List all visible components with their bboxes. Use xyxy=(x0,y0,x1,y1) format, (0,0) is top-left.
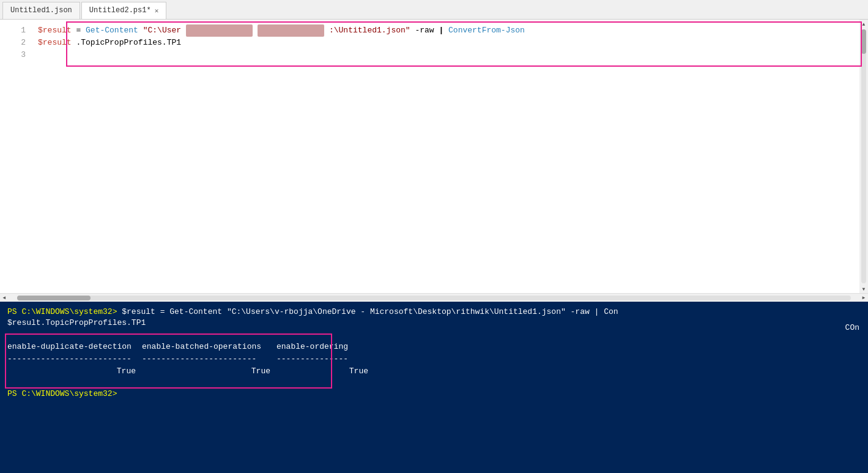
code-token: .TopicPropProfiles.TP1 xyxy=(76,38,181,47)
code-token: -raw xyxy=(415,26,439,35)
table-header-3: enable-ordering xyxy=(276,341,374,353)
table-header-1: enable-duplicate-detection xyxy=(7,341,142,353)
editor-area: 1 2 3 $result = Get-Content "C:\User :\U… xyxy=(0,20,868,302)
line-number: 1 xyxy=(0,24,26,37)
terminal-final-prompt: PS C:\WINDOWS\system32> xyxy=(7,389,861,400)
table-val-2: True xyxy=(142,365,276,378)
terminal-result: $result.TopicPropProfiles.TP1 xyxy=(7,318,146,327)
code-line-1: $result = Get-Content "C:\User :\Untitle… xyxy=(38,24,868,37)
scroll-thumb[interactable] xyxy=(861,29,866,54)
scroll-right-button[interactable]: ► xyxy=(859,294,868,302)
terminal-blank-line xyxy=(7,329,861,340)
terminal-prompt: PS C:\WINDOWS\system32> xyxy=(7,307,117,316)
tab-bar: Untitled1.json Untitled2.ps1* ✕ xyxy=(0,0,868,20)
tab-untitled2-ps1[interactable]: Untitled2.ps1* ✕ xyxy=(81,2,166,19)
tab-label: Untitled1.json xyxy=(10,6,72,15)
terminal-result-line: $result.TopicPropProfiles.TP1 xyxy=(7,318,861,329)
line-number: 3 xyxy=(0,49,26,61)
h-scroll-thumb[interactable] xyxy=(17,296,91,300)
code-token: ConvertFrom-Json xyxy=(448,26,525,35)
terminal[interactable]: PS C:\WINDOWS\system32> $result = Get-Co… xyxy=(0,302,868,473)
code-token: Get-Content xyxy=(86,26,138,35)
tab-close-button[interactable]: ✕ xyxy=(155,7,159,15)
code-content[interactable]: $result = Get-Content "C:\User :\Untitle… xyxy=(31,20,868,293)
code-token: "C:\User xyxy=(143,26,181,35)
code-token-redacted xyxy=(186,24,253,37)
code-line-2: $result .TopicPropProfiles.TP1 xyxy=(38,37,868,49)
table-sep-3: --------------- xyxy=(276,353,374,365)
line-number: 2 xyxy=(0,37,26,49)
code-editor[interactable]: 1 2 3 $result = Get-Content "C:\User :\U… xyxy=(0,20,868,293)
scroll-track xyxy=(861,29,866,283)
con-label: COn xyxy=(845,323,859,332)
table-header-2: enable-batched-operations xyxy=(142,341,276,353)
code-token: $result xyxy=(38,26,72,35)
terminal-table-output: enable-duplicate-detection enable-batche… xyxy=(7,341,861,378)
code-token: = xyxy=(76,26,86,35)
terminal-blank-line-2 xyxy=(7,378,861,389)
h-scroll-track xyxy=(17,296,851,300)
scroll-down-button[interactable]: ▼ xyxy=(859,285,868,293)
code-token: | xyxy=(439,26,443,35)
terminal-command: $result = Get-Content "C:\Users\v-rbojja… xyxy=(122,307,618,316)
code-token: :\Untitled1.json" xyxy=(329,26,410,35)
terminal-prompt-2: PS C:\WINDOWS\system32> xyxy=(7,389,117,398)
code-token: $result xyxy=(38,38,72,47)
terminal-command-line: PS C:\WINDOWS\system32> $result = Get-Co… xyxy=(7,307,861,318)
table-sep-1: -------------------------- xyxy=(7,353,142,365)
code-line-3 xyxy=(38,49,868,61)
horizontal-scrollbar[interactable]: ◄ ► xyxy=(0,293,868,302)
tab-label: Untitled2.ps1* xyxy=(89,6,151,15)
scroll-left-button[interactable]: ◄ xyxy=(0,294,9,302)
tab-untitled1-json[interactable]: Untitled1.json xyxy=(2,2,80,19)
scroll-up-button[interactable]: ▲ xyxy=(859,20,868,28)
vertical-scrollbar[interactable]: ▲ ▼ xyxy=(859,20,868,293)
table-val-1: True xyxy=(7,365,142,378)
table-sep-2: ------------------------ xyxy=(142,353,276,365)
line-numbers: 1 2 3 xyxy=(0,20,31,293)
code-token-redacted xyxy=(258,24,324,37)
table-val-3: True xyxy=(276,365,374,378)
